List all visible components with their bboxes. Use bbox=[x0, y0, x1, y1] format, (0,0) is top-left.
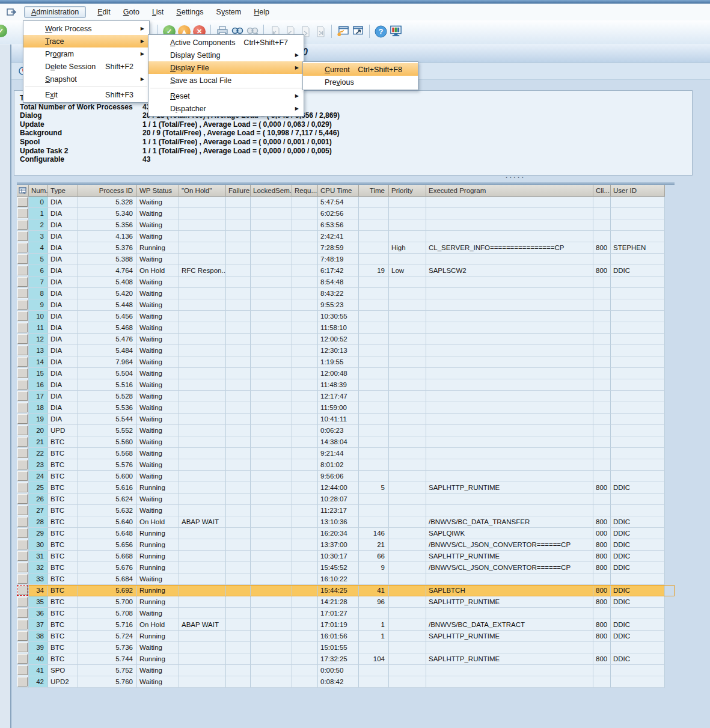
cell[interactable]: 13:10:36 bbox=[318, 516, 359, 528]
row-selector[interactable] bbox=[17, 585, 29, 596]
cell[interactable]: 41 bbox=[29, 665, 48, 676]
cell[interactable] bbox=[251, 631, 292, 642]
row-selector-button[interactable] bbox=[17, 528, 28, 538]
cell[interactable]: 16 bbox=[29, 379, 48, 391]
cell[interactable] bbox=[389, 653, 426, 665]
row-selector-button[interactable] bbox=[17, 380, 28, 390]
cell[interactable]: SAPLHTTP_RUNTIME bbox=[426, 653, 593, 665]
cell[interactable] bbox=[292, 631, 318, 642]
cell[interactable]: 5.408 bbox=[78, 277, 137, 288]
cell[interactable]: 5.576 bbox=[78, 459, 137, 471]
cell[interactable]: 2:42:41 bbox=[318, 231, 359, 242]
row-selector-button[interactable] bbox=[17, 654, 28, 664]
cell[interactable]: Waiting bbox=[137, 379, 179, 391]
row-selector-button[interactable] bbox=[17, 369, 28, 378]
cell[interactable] bbox=[426, 608, 593, 619]
cell[interactable]: 34 bbox=[29, 585, 48, 596]
cell[interactable]: 5.468 bbox=[78, 322, 137, 334]
cell[interactable]: 5.340 bbox=[78, 208, 137, 219]
cell[interactable]: 5.700 bbox=[78, 596, 137, 608]
cell[interactable] bbox=[389, 596, 426, 608]
cell[interactable]: Waiting bbox=[137, 608, 179, 619]
cell[interactable]: CL_SERVER_INFO================CP bbox=[426, 242, 593, 254]
cell[interactable] bbox=[179, 551, 226, 562]
cell[interactable] bbox=[359, 608, 389, 619]
cell[interactable] bbox=[611, 299, 665, 311]
table-row[interactable]: 10DIA5.456Waiting10:30:55 bbox=[17, 311, 675, 322]
cell[interactable]: On Hold bbox=[137, 516, 179, 528]
cell[interactable]: 800 bbox=[593, 562, 611, 574]
cell[interactable] bbox=[226, 494, 251, 505]
cell[interactable]: Waiting bbox=[137, 299, 179, 311]
row-selector[interactable] bbox=[17, 379, 29, 391]
column-header-time[interactable]: Time bbox=[359, 185, 389, 197]
cell[interactable] bbox=[426, 379, 593, 391]
table-row[interactable]: 14DIA7.964Waiting1:19:55 bbox=[17, 356, 675, 368]
cell[interactable] bbox=[226, 299, 251, 311]
cell[interactable] bbox=[292, 494, 318, 505]
table-row[interactable]: 16DIA5.516Waiting11:48:39 bbox=[17, 379, 675, 391]
cell[interactable]: Waiting bbox=[137, 494, 179, 505]
cell[interactable] bbox=[292, 425, 318, 436]
cell[interactable]: 7:48:19 bbox=[318, 254, 359, 265]
cell[interactable] bbox=[226, 197, 251, 208]
cell[interactable]: 6 bbox=[29, 265, 48, 277]
cell[interactable] bbox=[226, 402, 251, 414]
row-selector[interactable] bbox=[17, 459, 29, 471]
cell[interactable]: BTC bbox=[48, 574, 78, 585]
cell[interactable]: Waiting bbox=[137, 459, 179, 471]
cell[interactable]: DIA bbox=[48, 299, 78, 311]
cell[interactable]: 104 bbox=[359, 653, 389, 665]
cell[interactable]: 9:56:06 bbox=[318, 471, 359, 482]
cell[interactable] bbox=[179, 254, 226, 265]
cell[interactable]: 0:06:23 bbox=[318, 425, 359, 436]
cell[interactable] bbox=[593, 299, 611, 311]
table-row[interactable]: 3DIA4.136Waiting2:42:41 bbox=[17, 231, 675, 242]
cell[interactable]: 5.528 bbox=[78, 391, 137, 402]
cell[interactable]: 1 bbox=[359, 631, 389, 642]
table-row[interactable]: 17DIA5.528Waiting12:17:47 bbox=[17, 391, 675, 402]
cell[interactable] bbox=[389, 562, 426, 574]
menu-item-snapshot[interactable]: Snapshot▶ bbox=[23, 73, 149, 85]
cell[interactable] bbox=[179, 208, 226, 219]
cell[interactable] bbox=[292, 482, 318, 494]
cell[interactable]: 19 bbox=[29, 414, 48, 425]
cell[interactable] bbox=[292, 379, 318, 391]
row-selector-button[interactable] bbox=[17, 540, 28, 549]
cell[interactable] bbox=[593, 471, 611, 482]
cell[interactable] bbox=[251, 551, 292, 562]
cell[interactable]: 9 bbox=[29, 299, 48, 311]
cell[interactable] bbox=[226, 665, 251, 676]
table-row[interactable]: 36BTC5.708Waiting17:01:27 bbox=[17, 608, 675, 619]
cell[interactable] bbox=[426, 494, 593, 505]
cell[interactable] bbox=[226, 379, 251, 391]
column-header-failures[interactable]: Failures bbox=[226, 185, 251, 197]
cell[interactable] bbox=[611, 334, 665, 345]
last-page-icon[interactable] bbox=[314, 25, 326, 38]
cell[interactable] bbox=[611, 356, 665, 368]
cell[interactable]: 5.708 bbox=[78, 608, 137, 619]
cell[interactable] bbox=[226, 356, 251, 368]
table-row[interactable]: 42UPD25.760Waiting0:08:42 bbox=[17, 676, 675, 688]
cell[interactable] bbox=[251, 242, 292, 254]
cell[interactable]: DDIC bbox=[611, 653, 665, 665]
cell[interactable]: 12:00:52 bbox=[318, 334, 359, 345]
cell[interactable] bbox=[426, 299, 593, 311]
cell[interactable] bbox=[359, 425, 389, 436]
cell[interactable] bbox=[251, 345, 292, 356]
cell[interactable]: 800 bbox=[593, 596, 611, 608]
cell[interactable]: 3 bbox=[29, 231, 48, 242]
row-selector-button[interactable] bbox=[17, 220, 28, 230]
cell[interactable] bbox=[251, 482, 292, 494]
cell[interactable] bbox=[179, 356, 226, 368]
table-row[interactable]: 41SPO5.752Waiting0:00:50 bbox=[17, 665, 675, 676]
cell[interactable] bbox=[292, 277, 318, 288]
row-selector-button[interactable] bbox=[17, 323, 28, 332]
cell[interactable]: 5.448 bbox=[78, 299, 137, 311]
cell[interactable]: 11 bbox=[29, 322, 48, 334]
cell[interactable]: BTC bbox=[48, 631, 78, 642]
cell[interactable]: 5.536 bbox=[78, 402, 137, 414]
cell[interactable] bbox=[292, 448, 318, 459]
cell[interactable]: 5.724 bbox=[78, 631, 137, 642]
cell[interactable] bbox=[251, 505, 292, 516]
